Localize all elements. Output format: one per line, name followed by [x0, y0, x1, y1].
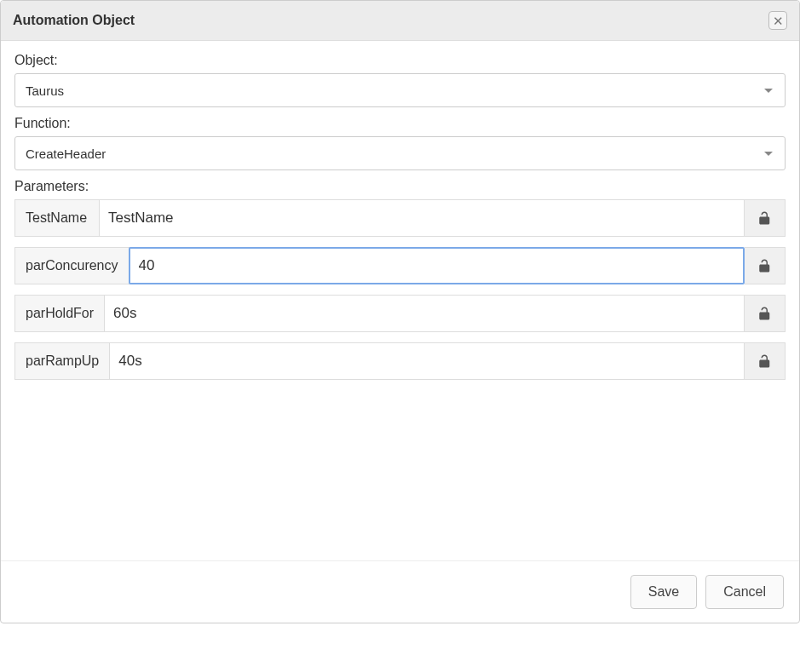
chevron-down-icon — [764, 89, 773, 93]
close-button[interactable]: ✕ — [768, 11, 787, 30]
object-label: Object: — [14, 53, 786, 68]
unlock-icon — [757, 258, 773, 273]
cancel-button[interactable]: Cancel — [705, 575, 784, 609]
object-select[interactable]: Taurus — [14, 73, 786, 107]
param-lock-button[interactable] — [745, 342, 786, 380]
param-name-label: TestName — [14, 199, 100, 237]
parameters-label: Parameters: — [14, 179, 786, 194]
param-row-parholdfor: parHoldFor — [14, 295, 786, 332]
param-row-parconcurency: parConcurency — [14, 247, 786, 284]
param-lock-button[interactable] — [745, 295, 786, 332]
dialog-footer: Save Cancel — [1, 560, 799, 623]
param-row-parrampup: parRampUp — [14, 342, 786, 380]
param-row-testname: TestName — [14, 199, 786, 237]
object-select-value: Taurus — [26, 83, 764, 98]
automation-object-dialog: Automation Object ✕ Object: Taurus Funct… — [0, 0, 800, 623]
function-select-value: CreateHeader — [26, 146, 764, 161]
function-select[interactable]: CreateHeader — [14, 136, 786, 170]
dialog-body: Object: Taurus Function: CreateHeader Pa… — [1, 41, 799, 560]
chevron-down-icon — [764, 152, 773, 156]
param-input-parconcurency[interactable] — [129, 247, 745, 284]
param-name-label: parHoldFor — [14, 295, 105, 332]
dialog-header: Automation Object ✕ — [1, 1, 799, 41]
param-name-label: parRampUp — [14, 342, 110, 380]
close-icon: ✕ — [773, 14, 784, 27]
function-label: Function: — [14, 116, 786, 131]
param-lock-button[interactable] — [745, 247, 786, 284]
dialog-spacer — [14, 390, 786, 560]
unlock-icon — [757, 210, 773, 226]
param-lock-button[interactable] — [745, 199, 786, 237]
param-input-parrampup[interactable] — [110, 342, 745, 380]
parameters-list: TestName parConcurency parHoldFor — [14, 199, 786, 380]
unlock-icon — [757, 353, 773, 369]
param-input-testname[interactable] — [100, 199, 745, 237]
unlock-icon — [757, 306, 773, 321]
param-input-parholdfor[interactable] — [105, 295, 745, 332]
save-button[interactable]: Save — [630, 575, 697, 609]
param-name-label: parConcurency — [14, 247, 129, 284]
dialog-title: Automation Object — [13, 13, 135, 28]
